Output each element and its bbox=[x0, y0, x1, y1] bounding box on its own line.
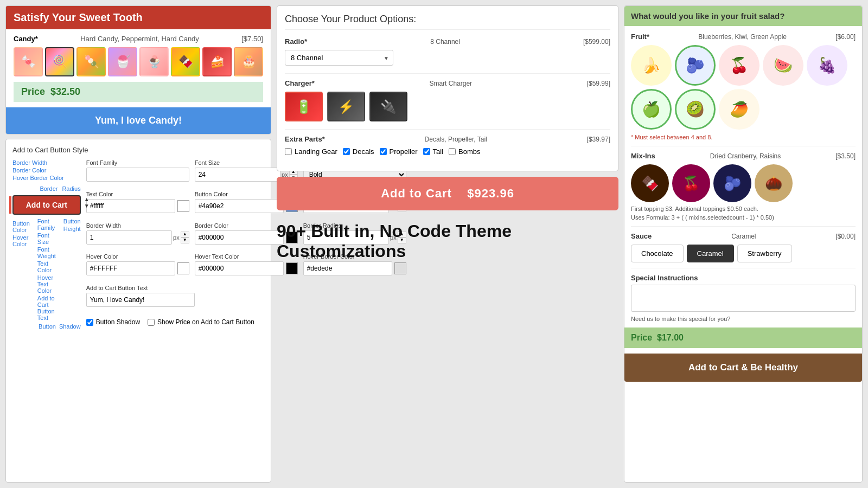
candy-image-5[interactable]: 🍨 bbox=[139, 47, 169, 76]
hover-text-color-input[interactable] bbox=[195, 261, 284, 275]
decals-label: Decals bbox=[353, 147, 374, 156]
charger-image-3[interactable]: 🔌 bbox=[369, 92, 407, 121]
mixin-almond[interactable]: 🌰 bbox=[755, 164, 793, 202]
special-instructions-label: Special Instructions bbox=[631, 274, 856, 282]
candy-add-to-cart-button[interactable]: Yum, I love Candy! bbox=[6, 107, 271, 134]
tail-label: Tail bbox=[433, 147, 444, 156]
special-instructions-input[interactable] bbox=[631, 285, 856, 312]
mixin-cranberry[interactable]: 🍒 bbox=[672, 164, 710, 202]
charger-label: Charger* bbox=[285, 79, 315, 87]
mixins-label: Mix-Ins bbox=[631, 152, 655, 160]
fruit-kiwi[interactable]: 🥝 bbox=[675, 89, 716, 130]
propeller-checkbox[interactable] bbox=[380, 148, 387, 155]
candy-image-2[interactable]: 🍭 bbox=[45, 47, 74, 76]
fruit-images: 🍌 🫐 🍒 🍉 🍇 🍏 🥝 🥭 bbox=[631, 45, 856, 130]
border-color-link[interactable]: Border Color bbox=[12, 167, 81, 174]
candy-image-7[interactable]: 🍰 bbox=[202, 47, 232, 76]
mixins-images: 🍫 🍒 🫐 🌰 bbox=[631, 164, 856, 202]
font-family-input[interactable] bbox=[86, 168, 189, 182]
product-add-to-cart-button[interactable]: Add to Cart $923.96 bbox=[277, 177, 618, 210]
decals-checkbox[interactable] bbox=[343, 148, 350, 155]
hover-color-label[interactable]: Hover Color bbox=[12, 234, 30, 247]
button-height-link2[interactable]: Height bbox=[63, 226, 81, 232]
charger-image-2[interactable]: ⚡ bbox=[327, 92, 365, 121]
sauce-chocolate[interactable]: Chocolate bbox=[631, 245, 684, 262]
border-link[interactable]: Border bbox=[40, 185, 58, 192]
text-color-input[interactable] bbox=[86, 199, 175, 213]
style-panel: Add to Cart Button Style Border Width Bo… bbox=[5, 139, 271, 483]
sauce-strawberry[interactable]: Strawberry bbox=[737, 245, 792, 262]
border-width-link[interactable]: Border Width bbox=[12, 159, 81, 166]
charger-images: 🔋 ⚡ 🔌 bbox=[285, 92, 610, 121]
radio-selection: 8 Channel bbox=[430, 38, 460, 46]
landing-gear-label: Landing Gear bbox=[295, 147, 337, 156]
fruit-watermelon[interactable]: 🍉 bbox=[763, 45, 803, 86]
mixin-chocolate[interactable]: 🍫 bbox=[631, 164, 669, 202]
fruit-apple[interactable]: 🍏 bbox=[631, 89, 672, 130]
font-family-group: Font Family bbox=[86, 159, 189, 185]
candy-price-row: Price $32.50 bbox=[14, 82, 263, 102]
candy-title: Satisfy Your Sweet Tooth bbox=[14, 11, 143, 23]
candy-image-1[interactable]: 🍬 bbox=[14, 47, 43, 76]
tail-checkbox[interactable] bbox=[423, 148, 430, 155]
sauce-caramel[interactable]: Caramel bbox=[687, 245, 734, 262]
fruit-banana[interactable]: 🍌 bbox=[631, 45, 672, 86]
radio-select-wrapper: 8 Channel 12 Channel 16 Channel ▼ bbox=[285, 50, 393, 66]
bottom-tagline: 90+ Built in, No Code Theme Customizatio… bbox=[277, 216, 618, 267]
landing-gear-checkbox[interactable] bbox=[285, 148, 292, 155]
button-color-label[interactable]: Button Color bbox=[12, 220, 30, 233]
add-to-cart-text-link[interactable]: Add to Cart Button Text bbox=[37, 295, 56, 321]
text-color-swatch[interactable] bbox=[177, 200, 189, 212]
first-topping-text: First topping $3. Additional toppings $0… bbox=[631, 206, 856, 212]
add-to-cart-text-input[interactable] bbox=[86, 293, 195, 307]
mixins-section-header: Mix-Ins Dried Cranberry, Raisins [$3.50] bbox=[631, 152, 856, 160]
candy-image-8[interactable]: 🎂 bbox=[234, 47, 263, 76]
show-price-checkbox[interactable] bbox=[148, 319, 155, 326]
charger-selection: Smart Charger bbox=[429, 80, 472, 87]
mixins-price: [$3.50] bbox=[835, 152, 856, 160]
button-shadow-link[interactable]: Button bbox=[39, 323, 56, 330]
healthy-add-to-cart-button[interactable]: Add to Cart & Be Healthy bbox=[624, 354, 862, 382]
border-color-input[interactable] bbox=[195, 230, 284, 245]
border-width-up[interactable]: ▲ bbox=[181, 232, 189, 237]
font-size-label-link[interactable]: Font Size bbox=[37, 232, 56, 245]
border-width-input[interactable] bbox=[86, 230, 172, 245]
sauce-buttons: Chocolate Caramel Strawberry bbox=[631, 245, 856, 262]
fruit-blueberry[interactable]: 🫐 bbox=[675, 45, 716, 86]
font-weight-label-link[interactable]: Font Weight bbox=[37, 246, 56, 259]
hover-border-color-link[interactable]: Hover Border Color bbox=[12, 175, 81, 181]
candy-image-6[interactable]: 🍫 bbox=[171, 47, 200, 76]
radius-link[interactable]: Radius bbox=[62, 185, 80, 192]
text-color-label-link[interactable]: Text Color bbox=[37, 260, 56, 273]
candy-header: Satisfy Your Sweet Tooth bbox=[6, 6, 271, 29]
font-size-input[interactable] bbox=[195, 168, 280, 182]
border-width-down[interactable]: ▼ bbox=[181, 237, 189, 243]
candy-image-3[interactable]: 🍡 bbox=[76, 47, 106, 76]
fruit-cherry[interactable]: 🍒 bbox=[719, 45, 760, 86]
formula-text: Uses Formula: 3 + ( ( mixins.selectedcou… bbox=[631, 214, 856, 221]
button-shadow-checkbox[interactable] bbox=[86, 319, 93, 326]
fruit-selection: Blueberries, Kiwi, Green Apple bbox=[698, 33, 787, 41]
button-color-input[interactable] bbox=[195, 199, 284, 213]
fruit-mango[interactable]: 🥭 bbox=[719, 89, 760, 130]
fruit-grape[interactable]: 🍇 bbox=[807, 45, 847, 86]
candy-card: Satisfy Your Sweet Tooth Candy* Hard Can… bbox=[5, 5, 271, 134]
mixin-blueberry[interactable]: 🫐 bbox=[713, 164, 751, 202]
fruit-salad-panel: What would you like in your fruit salad?… bbox=[624, 5, 863, 483]
sauce-section-header: Sauce Caramel [$0.00] bbox=[631, 232, 856, 240]
extra-parts-selection: Decals, Propeller, Tail bbox=[425, 136, 487, 143]
font-family-label: Font Family bbox=[86, 159, 189, 166]
fruit-label: Fruit* bbox=[631, 33, 649, 41]
button-height-link[interactable]: Button bbox=[63, 218, 81, 224]
hover-color-swatch[interactable] bbox=[177, 262, 189, 274]
charger-image-1[interactable]: 🔋 bbox=[285, 92, 323, 121]
bombs-checkbox[interactable] bbox=[449, 148, 456, 155]
hover-text-color-link[interactable]: Hover Text Color bbox=[37, 274, 56, 294]
hover-color-input[interactable] bbox=[86, 261, 175, 275]
radio-select[interactable]: 8 Channel 12 Channel 16 Channel bbox=[285, 50, 393, 66]
font-family-label-link[interactable]: Font Family bbox=[37, 218, 56, 231]
candy-image-4[interactable]: 🍧 bbox=[108, 47, 137, 76]
shadow-link[interactable]: Shadow bbox=[59, 323, 81, 330]
fruit-warning: * Must select between 4 and 8. bbox=[631, 134, 856, 140]
radio-option-row: Radio* 8 Channel [$599.00] 8 Channel 12 … bbox=[285, 37, 610, 66]
